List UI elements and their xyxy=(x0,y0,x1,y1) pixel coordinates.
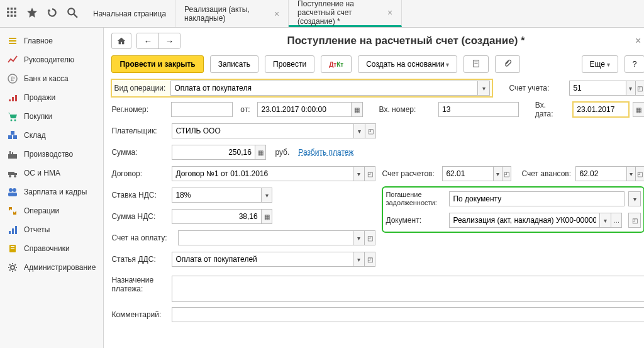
dds-label: Статья ДДС: xyxy=(111,255,168,264)
dropdown-icon[interactable]: ▾ xyxy=(626,167,635,181)
account-input[interactable] xyxy=(570,81,625,95)
svg-rect-36 xyxy=(15,226,17,234)
dropdown-icon[interactable]: ▾ xyxy=(261,188,272,202)
invoice-input[interactable] xyxy=(179,231,352,245)
sidebar-item-main[interactable]: Главное xyxy=(0,31,103,50)
debt-input[interactable] xyxy=(450,192,624,206)
back-button[interactable]: ← xyxy=(137,33,158,48)
highlighted-block: Погашение задолженности: ▾ Документ: ▾ xyxy=(382,186,644,233)
print-button[interactable] xyxy=(464,55,489,73)
op-type-input[interactable] xyxy=(171,81,477,95)
sum-input[interactable] xyxy=(172,145,254,159)
svg-rect-0 xyxy=(7,8,9,9)
attach-button[interactable] xyxy=(495,55,520,73)
create-based-button[interactable]: Создать на основании xyxy=(358,55,457,73)
svg-rect-23 xyxy=(11,131,14,135)
advance-acc-label: Счет авансов: xyxy=(515,169,572,178)
in-date-input[interactable] xyxy=(574,103,628,116)
dropdown-icon[interactable]: ▾ xyxy=(477,81,489,95)
invoice-label: Счет на оплату: xyxy=(111,233,174,242)
split-payment-link[interactable]: Разбить платеж xyxy=(298,148,353,157)
more-icon[interactable]: … xyxy=(611,213,621,227)
dds-input[interactable] xyxy=(172,252,352,266)
vat-sum-label: Сумма НДС: xyxy=(111,212,168,221)
calc-icon[interactable]: ▦ xyxy=(255,145,266,159)
dropdown-icon[interactable]: ▾ xyxy=(353,124,365,138)
sidebar-item-warehouse[interactable]: Склад xyxy=(0,126,103,145)
dropdown-icon[interactable]: ▾ xyxy=(493,167,502,181)
dropdown-icon[interactable]: ▾ xyxy=(626,81,635,95)
dropdown-icon[interactable]: ▾ xyxy=(628,191,641,206)
open-icon[interactable]: ◰ xyxy=(365,124,376,138)
date-input[interactable] xyxy=(258,103,350,116)
sidebar-item-manager[interactable]: Руководителю xyxy=(0,50,103,69)
sidebar-item-assets[interactable]: ОС и НМА xyxy=(0,164,103,182)
calendar-icon[interactable]: ▦ xyxy=(351,103,362,116)
close-icon[interactable]: × xyxy=(274,9,279,19)
sidebar-item-purchases[interactable]: Покупки xyxy=(0,107,103,126)
svg-text:₽: ₽ xyxy=(11,76,15,82)
payer-label: Плательщик: xyxy=(111,126,168,135)
reg-num-label: Рег.номер: xyxy=(111,105,167,114)
svg-rect-5 xyxy=(14,11,16,13)
history-icon[interactable] xyxy=(47,7,58,20)
close-button[interactable]: × xyxy=(631,35,644,47)
comment-input[interactable] xyxy=(172,308,644,322)
sidebar-item-reports[interactable]: Отчеты xyxy=(0,220,103,239)
search-icon[interactable] xyxy=(67,7,78,20)
dropdown-icon[interactable]: ▾ xyxy=(353,252,364,266)
post-and-close-button[interactable]: Провести и закрыть xyxy=(111,55,203,73)
dropdown-icon[interactable]: ▾ xyxy=(599,213,610,227)
contract-input[interactable] xyxy=(172,167,352,181)
sidebar-item-production[interactable]: Производство xyxy=(0,145,103,164)
doc-input[interactable] xyxy=(450,213,599,227)
op-type-label: Вид операции: xyxy=(114,84,170,93)
svg-rect-25 xyxy=(9,151,11,154)
svg-rect-24 xyxy=(8,154,17,159)
dropdown-icon[interactable]: ▾ xyxy=(353,167,364,181)
open-icon[interactable]: ◰ xyxy=(364,167,375,181)
open-icon[interactable]: ◰ xyxy=(502,167,511,181)
open-icon[interactable]: ◰ xyxy=(635,167,644,181)
open-icon[interactable]: ◰ xyxy=(635,81,644,95)
tab-home[interactable]: Начальная страница xyxy=(84,0,175,27)
save-button[interactable]: Записать xyxy=(210,55,258,73)
dropdown-icon[interactable]: ▾ xyxy=(353,231,364,245)
sidebar-item-sales[interactable]: Продажи xyxy=(0,88,103,107)
open-icon[interactable]: ◰ xyxy=(364,252,375,266)
tab-realization[interactable]: Реализация (акты, накладные)× xyxy=(175,0,289,27)
sidebar-item-admin[interactable]: Администрирование xyxy=(0,258,103,277)
sidebar-item-refs[interactable]: Справочники xyxy=(0,239,103,258)
close-icon[interactable]: × xyxy=(387,8,392,18)
sidebar-item-bank[interactable]: ₽Банк и касса xyxy=(0,69,103,88)
open-icon[interactable]: ◰ xyxy=(628,213,641,228)
svg-point-30 xyxy=(14,175,16,177)
payer-input[interactable] xyxy=(172,124,353,138)
dtkt-button[interactable]: ДтКт xyxy=(321,55,352,73)
page-title: Поступление на расчетный счет (создание)… xyxy=(186,35,626,47)
svg-rect-17 xyxy=(12,97,14,101)
tab-receipt[interactable]: Поступление на расчетный счет (создание)… xyxy=(289,0,402,27)
home-button[interactable] xyxy=(111,33,131,49)
top-bar: Начальная страница Реализация (акты, нак… xyxy=(0,0,644,28)
post-button[interactable]: Провести xyxy=(265,55,314,73)
purpose-input[interactable] xyxy=(172,276,644,301)
reg-num-input[interactable] xyxy=(172,103,232,116)
more-button[interactable]: Еще xyxy=(582,55,618,73)
sidebar-item-operations[interactable]: Операции xyxy=(0,201,103,220)
calc-icon[interactable]: ▦ xyxy=(261,210,272,223)
help-button[interactable]: ? xyxy=(625,55,644,73)
settle-acc-input[interactable] xyxy=(443,167,492,181)
doc-label: Документ: xyxy=(386,216,445,225)
in-num-input[interactable] xyxy=(439,103,518,116)
calendar-icon[interactable]: ▦ xyxy=(633,102,644,117)
forward-button[interactable]: → xyxy=(159,33,180,48)
star-icon[interactable] xyxy=(26,7,38,20)
vat-sum-input[interactable] xyxy=(172,210,260,223)
sidebar-item-salary[interactable]: Зарплата и кадры xyxy=(0,182,103,201)
svg-rect-13 xyxy=(9,43,16,44)
vat-rate-input[interactable] xyxy=(172,188,260,202)
advance-acc-input[interactable] xyxy=(576,167,626,181)
apps-icon[interactable] xyxy=(6,7,18,20)
open-icon[interactable]: ◰ xyxy=(364,231,375,245)
